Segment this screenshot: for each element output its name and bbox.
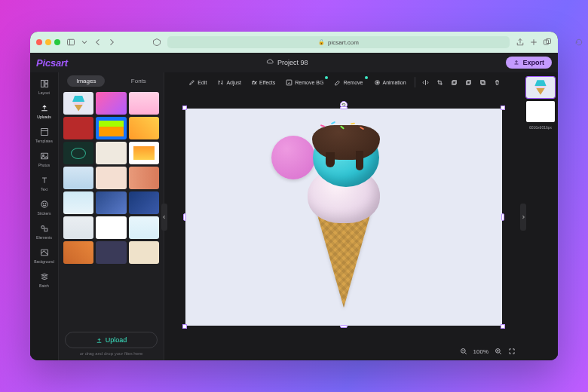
close-window-button[interactable]	[36, 39, 42, 45]
tool-flip[interactable]	[420, 77, 431, 88]
zoom-level[interactable]: 100%	[473, 348, 488, 355]
panel-tabs: Images Fonts	[59, 72, 164, 89]
resize-handle-e[interactable]	[501, 213, 504, 221]
tool-remove-bg[interactable]: Remove BG	[282, 77, 327, 88]
background-icon	[39, 247, 50, 258]
tool-layer-down[interactable]	[449, 77, 460, 88]
svg-rect-25	[466, 81, 470, 84]
thumbnail[interactable]	[96, 191, 126, 214]
thumbnail[interactable]	[63, 117, 93, 139]
tool-remove[interactable]: Remove	[330, 77, 366, 88]
svg-rect-9	[41, 129, 47, 136]
thumbnail[interactable]	[96, 142, 126, 164]
maximize-window-button[interactable]	[54, 39, 60, 45]
fullscreen-button[interactable]	[508, 348, 516, 355]
tabs-overview-icon[interactable]	[543, 38, 552, 47]
resize-handle-w[interactable]	[183, 213, 186, 221]
rail-text[interactable]: Text	[32, 173, 57, 193]
tool-delete[interactable]	[492, 77, 503, 88]
rail-uploads[interactable]: Uploads	[32, 101, 57, 121]
text-icon	[39, 175, 50, 185]
resize-handle-n[interactable]	[340, 106, 348, 109]
rail-layout[interactable]: Layout	[32, 77, 57, 96]
resize-handle-s[interactable]	[340, 325, 348, 328]
tab-fonts[interactable]: Fonts	[122, 75, 155, 87]
thumbnail[interactable]	[129, 191, 159, 214]
forward-button[interactable]	[107, 38, 116, 47]
rail-batch[interactable]: Batch	[32, 270, 57, 289]
thumbnail[interactable]	[129, 241, 159, 264]
rail-stickers[interactable]: Stickers	[32, 198, 57, 217]
rail-elements[interactable]: Elements	[32, 222, 57, 241]
panel-collapse-left[interactable]	[161, 204, 167, 231]
svg-rect-11	[41, 153, 47, 159]
tool-crop[interactable]	[434, 77, 446, 88]
resize-handle-nw[interactable]	[182, 106, 187, 110]
address-bar[interactable]: 🔒 picsart.com	[167, 36, 510, 48]
page-thumbnail-1[interactable]	[526, 77, 555, 98]
tool-edit[interactable]: Edit	[185, 77, 210, 88]
thumbnail[interactable]	[63, 191, 93, 214]
thumbnail[interactable]	[96, 241, 126, 264]
tool-effects[interactable]: fxEffects	[248, 77, 279, 88]
thumbnail[interactable]	[129, 92, 159, 115]
share-icon[interactable]	[516, 38, 525, 47]
resize-handle-sw[interactable]	[182, 324, 187, 329]
privacy-icon[interactable]	[152, 38, 161, 47]
uploads-panel: Images Fonts	[59, 72, 164, 360]
drag-hint: or drag and drop your files here	[59, 351, 164, 360]
tab-images[interactable]: Images	[67, 75, 105, 87]
resize-handle-ne[interactable]	[501, 106, 505, 110]
svg-point-14	[43, 204, 44, 204]
upload-button[interactable]: Upload	[65, 332, 158, 348]
tool-duplicate[interactable]	[477, 77, 488, 88]
page-thumbnail-2[interactable]	[526, 101, 555, 122]
rail-templates[interactable]: Templates	[32, 125, 57, 145]
tool-layer-up[interactable]	[463, 77, 474, 88]
zoom-in[interactable]	[495, 348, 502, 355]
panel-collapse-right[interactable]	[520, 204, 526, 231]
thumbnail[interactable]	[63, 241, 93, 264]
artboard[interactable]	[185, 109, 502, 326]
stage[interactable]	[164, 92, 523, 342]
lock-icon: 🔒	[318, 39, 325, 45]
url-host: picsart.com	[328, 39, 359, 46]
thumbnail[interactable]	[63, 167, 93, 189]
tool-adjust[interactable]: Adjust	[213, 77, 244, 88]
thumbnail[interactable]	[96, 92, 126, 115]
thumbnail[interactable]	[63, 216, 93, 239]
thumbnail[interactable]	[129, 167, 159, 189]
tool-animation[interactable]: Animation	[370, 77, 410, 88]
new-tab-icon[interactable]	[529, 38, 538, 47]
canvas-object-icecream[interactable]	[287, 115, 400, 311]
thumbnail[interactable]	[63, 92, 93, 115]
thumbnail[interactable]	[129, 216, 159, 239]
svg-rect-0	[68, 39, 75, 45]
svg-line-30	[464, 353, 466, 354]
minimize-window-button[interactable]	[45, 39, 51, 45]
thumbnail[interactable]	[96, 216, 126, 239]
app-window: 🔒 picsart.com Picsart Project 98 Export …	[30, 32, 558, 360]
svg-rect-22	[452, 81, 455, 84]
back-button[interactable]	[93, 38, 103, 47]
thumbnail[interactable]	[96, 117, 126, 139]
main-area: Layout Uploads Templates Photos Text Sti…	[30, 72, 558, 360]
upload-icon	[39, 103, 50, 113]
chevron-down-icon[interactable]	[80, 38, 89, 47]
thumbnail-grid	[59, 89, 164, 327]
export-button[interactable]: Export	[506, 57, 552, 69]
rail-photos[interactable]: Photos	[32, 149, 57, 169]
resize-handle-se[interactable]	[501, 324, 505, 329]
thumbnail[interactable]	[63, 142, 93, 164]
project-title[interactable]: Project 98	[277, 59, 308, 66]
thumbnail[interactable]	[129, 117, 159, 139]
thumbnail[interactable]	[96, 167, 126, 189]
app-logo[interactable]: Picsart	[36, 57, 68, 69]
svg-rect-6	[41, 81, 44, 87]
rail-background[interactable]: Background	[32, 246, 57, 265]
thumbnail[interactable]	[129, 142, 159, 164]
layout-icon	[39, 78, 50, 89]
zoom-out[interactable]	[460, 348, 467, 355]
sidebar-toggle-icon[interactable]	[66, 38, 75, 47]
page-size-label: 6016x6016px	[529, 125, 552, 130]
